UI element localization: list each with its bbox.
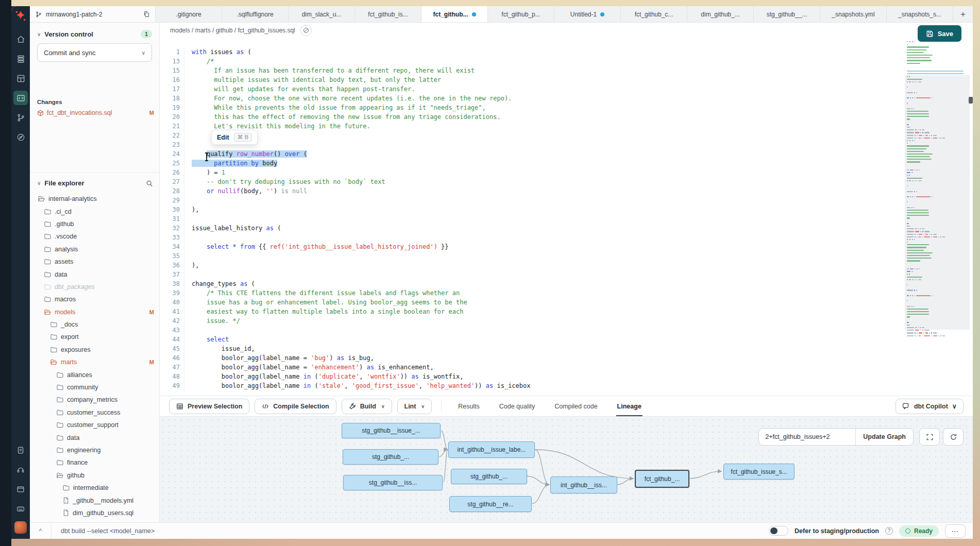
dashboard-grid-icon[interactable] (13, 71, 28, 86)
save-button[interactable]: Save (918, 25, 961, 42)
changelog-clipboard-icon[interactable] (13, 443, 28, 457)
code-line[interactable]: 45 issue_id, (160, 344, 901, 353)
file-tab[interactable]: _snapshots_s... (887, 6, 953, 22)
tree-item-_docs[interactable]: _docs (30, 318, 159, 331)
lineage-node-stg_github_[interactable]: stg_github_... (343, 449, 438, 465)
tree-item-macros[interactable]: macros (30, 293, 159, 305)
lineage-node-int_github__issue_labe[interactable]: int_github__issue_labe... (448, 441, 535, 458)
tree-item-intermediate[interactable]: intermediate (30, 482, 159, 494)
tree-item-models[interactable]: modelsM (30, 306, 159, 318)
edit-popup[interactable]: Edit ⌘ B (211, 130, 258, 145)
tree-item-customer_support[interactable]: customer_support (30, 419, 159, 431)
code-line[interactable]: 13 /* (160, 57, 901, 66)
code-line[interactable]: 21 Let's revisit this modeling in the fu… (160, 122, 901, 131)
build-button[interactable]: Build ∨ (342, 399, 392, 414)
tree-item-finance[interactable]: finance (30, 456, 159, 469)
file-tab[interactable]: dim_github_... (687, 6, 754, 22)
tree-item-github[interactable]: github (30, 469, 159, 482)
file-tab[interactable]: stg_github__... (754, 6, 820, 22)
code-line[interactable]: 35 (160, 251, 901, 261)
code-line[interactable]: 23 (160, 140, 901, 149)
tree-item-data[interactable]: data (30, 431, 159, 443)
update-graph-button[interactable]: Update Graph (856, 429, 913, 445)
code-line[interactable]: 17 will get updates for events that happ… (160, 84, 901, 94)
dbt-copilot-button[interactable]: dbt Copilot ∨ (895, 399, 964, 414)
lineage-node-stg_github__issue_[interactable]: stg_github__issue_... (342, 423, 441, 438)
changed-file-item[interactable]: fct_dbt_invocations.sql M (37, 109, 154, 116)
code-line[interactable]: 48 boolor_agg(label_name in ('duplicate'… (160, 372, 901, 381)
docs-window-icon[interactable] (13, 482, 28, 497)
code-line[interactable]: 25 partition by body (160, 159, 901, 168)
tree-item-dim_github_users.sql[interactable]: dim_github_users.sql (30, 507, 159, 519)
code-line[interactable]: 26 ) = 1 (160, 168, 901, 177)
code-line[interactable]: 37 (160, 270, 901, 279)
code-line[interactable]: 18 For now, choose the one with more rec… (160, 94, 901, 103)
code-line[interactable]: 31 (160, 214, 901, 224)
lineage-node-stg_github__re[interactable]: stg_github__re... (449, 496, 532, 512)
code-line[interactable]: 33 (160, 233, 901, 242)
file-tab[interactable]: _snapshots.yml (820, 6, 887, 22)
tree-item-internal-analytics[interactable]: internal-analytics (30, 193, 159, 205)
open-in-explorer-button[interactable] (300, 25, 312, 36)
tree-item-customer_success[interactable]: customer_success (30, 406, 159, 419)
code-line[interactable]: 42 issue. */ (160, 316, 901, 326)
tree-item-exposures[interactable]: exposures (30, 344, 159, 356)
tab-code-quality[interactable]: Code quality (492, 396, 543, 416)
refresh-graph-button[interactable] (943, 428, 964, 446)
status-badge[interactable]: Ready (899, 525, 939, 537)
home-icon[interactable] (13, 32, 28, 46)
code-line[interactable]: 44 select (160, 335, 901, 344)
tree-item-data[interactable]: data (30, 268, 159, 280)
warehouse-icon[interactable] (13, 52, 28, 66)
copy-branch-icon[interactable] (143, 11, 150, 18)
code-line[interactable]: 1with issues as ( (160, 47, 901, 57)
tree-item-assets[interactable]: assets (30, 255, 159, 268)
tree-item-.vscode[interactable]: .vscode (30, 230, 159, 243)
code-line[interactable]: 16 multiple issues with identical body t… (160, 75, 901, 84)
git-branch-icon[interactable] (13, 110, 28, 125)
tree-item-.ci_cd[interactable]: .ci_cd (30, 205, 159, 217)
file-tab[interactable]: fct_github_is... (355, 6, 421, 22)
defer-toggle[interactable] (769, 526, 788, 536)
file-tab[interactable]: fct_github... (421, 6, 488, 22)
lineage-node-stg_github__iss[interactable]: stg_github__iss... (343, 475, 443, 490)
code-line[interactable]: 19 While this prevents the old issue fro… (160, 103, 901, 112)
tree-item-community[interactable]: community (30, 381, 159, 394)
file-tab[interactable]: .sqlfluffignore (222, 6, 289, 22)
compass-icon[interactable] (13, 130, 28, 144)
keyboard-shortcuts-icon[interactable] (13, 502, 28, 516)
code-line[interactable]: 28 or nullif(body, '') is null (160, 186, 901, 196)
lineage-node-stg_github_[interactable]: stg_github_... (451, 469, 527, 484)
tree-item-marts[interactable]: martsM (30, 356, 159, 368)
code-line[interactable]: 39 /* This CTE flattens the different is… (160, 288, 901, 298)
user-avatar[interactable] (14, 521, 27, 534)
command-input[interactable]: dbt build --select <model_name> (61, 527, 769, 535)
compile-selection-button[interactable]: Compile Selection (255, 399, 336, 414)
lineage-node-fct_github_[interactable]: fct_github_... (635, 470, 689, 488)
file-tab[interactable]: fct_github_p... (488, 6, 554, 22)
branch-selector[interactable]: mirnawong1-patch-2 (30, 6, 156, 22)
code-line[interactable]: 40 issue has a bug or enhancement label.… (160, 298, 901, 307)
fullscreen-button[interactable] (919, 428, 940, 446)
code-line[interactable]: 38change_types as ( (160, 279, 901, 288)
lineage-node-int_github__iss[interactable]: int_github__iss... (550, 476, 617, 493)
code-line[interactable]: 22 (160, 131, 901, 140)
support-headset-icon[interactable] (13, 463, 28, 477)
code-editor[interactable]: 1with issues as (13 /*15 If an issue has… (160, 38, 973, 396)
tab-lineage[interactable]: Lineage (610, 396, 649, 416)
file-tab[interactable]: .gitignore (156, 6, 222, 22)
code-line[interactable]: 43 (160, 326, 901, 335)
tree-item-.github[interactable]: .github (30, 218, 159, 230)
tree-item-_github__models.yml[interactable]: _github__models.yml (30, 494, 159, 506)
file-explorer-header[interactable]: ∨ File explorer (37, 179, 153, 187)
tree-item-engineering[interactable]: engineering (30, 444, 159, 456)
lineage-selector-input[interactable]: 2+fct_github_issues+2 (759, 429, 856, 445)
file-tab[interactable]: dim_slack_u... (289, 6, 355, 22)
code-line[interactable]: 47 boolor_agg(label_name = 'enhancement'… (160, 363, 901, 372)
code-line[interactable]: 36), (160, 261, 901, 270)
tab-compiled-code[interactable]: Compiled code (547, 396, 604, 416)
code-line[interactable]: 32issue_label_history as ( (160, 224, 901, 233)
file-tab[interactable]: Untitled-1 (554, 6, 621, 22)
tree-item-alliances[interactable]: alliances (30, 368, 159, 381)
tree-item-company_metrics[interactable]: company_metrics (30, 394, 159, 406)
